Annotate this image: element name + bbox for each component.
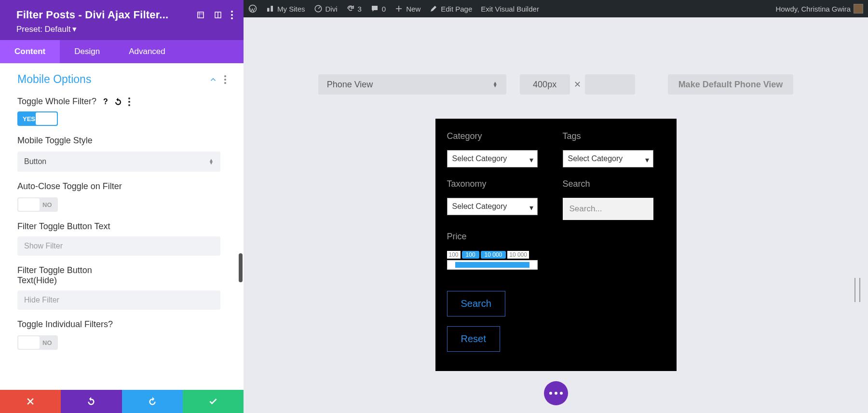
panel-header: Filter Posts - Divi Ajax Filter... Prese… [0, 0, 244, 40]
toggle-individual-switch[interactable]: NO [17, 335, 58, 350]
edit-page-label: Edit Page [441, 5, 472, 13]
resize-handle[interactable] [854, 278, 860, 302]
field-more-icon[interactable] [128, 97, 130, 106]
btn-text-label: Filter Toggle Button Text [17, 221, 226, 232]
toggle-whole-switch[interactable]: YES [17, 111, 58, 126]
panel-footer [0, 390, 244, 413]
input-placeholder: Hide Filter [24, 296, 59, 304]
updates-link[interactable]: 3 [346, 4, 362, 13]
toggle-whole-label: Toggle Whole Filter? [17, 96, 96, 107]
caret-down-icon: ▾ [529, 203, 533, 212]
tab-advanced[interactable]: Advanced [114, 40, 180, 63]
select-text: Select Category [568, 154, 623, 163]
view-mode-select[interactable]: Phone View ▲▼ [318, 74, 506, 95]
tab-design[interactable]: Design [60, 40, 114, 63]
panel-scroll[interactable]: Mobile Options Toggle Whole Filter? ? YE… [0, 63, 244, 390]
more-dots-icon [549, 392, 563, 395]
my-sites-link[interactable]: My Sites [266, 4, 305, 13]
new-label: New [406, 5, 420, 13]
edit-page-link[interactable]: Edit Page [429, 4, 472, 13]
taxonomy-select[interactable]: Select Category ▾ [447, 198, 538, 215]
search-button[interactable]: Search [447, 291, 505, 317]
exit-vb-label: Exit Visual Builder [481, 5, 539, 13]
avatar [854, 4, 863, 14]
chevron-up-icon[interactable] [209, 75, 217, 84]
updates-count: 3 [358, 5, 362, 13]
auto-close-switch[interactable]: NO [17, 197, 58, 212]
wordpress-icon [248, 4, 257, 13]
make-default-button[interactable]: Make Default Phone View [668, 74, 794, 95]
reset-button[interactable]: Reset [447, 326, 500, 352]
wp-admin-bar: My Sites Divi 3 0 New Edit Page Exit Vis… [244, 0, 868, 17]
reset-btn-label: Reset [461, 333, 486, 344]
panel-tabs: Content Design Advanced [0, 40, 244, 63]
price-min-static: 100 [447, 251, 461, 259]
redo-button[interactable] [122, 390, 183, 413]
price-slider[interactable]: 100 100 10 000 10 000 [447, 250, 538, 270]
default-btn-label: Make Default Phone View [678, 80, 783, 90]
close-icon [26, 397, 35, 406]
price-min-handle[interactable]: 100 [462, 251, 479, 259]
preview-toolbar: Phone View ▲▼ 400px ✕ Make Default Phone… [244, 17, 868, 95]
search-placeholder: Search... [570, 204, 602, 214]
tab-content[interactable]: Content [0, 40, 60, 63]
phone-preview: Category Select Category ▾ Tags Select C… [435, 119, 677, 371]
mobile-style-label: Mobile Toggle Style [17, 136, 226, 146]
category-label: Category [447, 131, 549, 141]
btn-text-hide-label: Filter Toggle Button Text(Hide) [17, 265, 114, 286]
btn-text-hide-input[interactable]: Hide Filter [17, 290, 220, 310]
comments-count: 0 [382, 5, 386, 13]
my-sites-label: My Sites [277, 5, 305, 13]
new-link[interactable]: New [394, 4, 420, 13]
save-button[interactable] [183, 390, 244, 413]
redo-icon [148, 397, 157, 406]
section-more-icon[interactable] [224, 75, 226, 84]
exit-vb-link[interactable]: Exit Visual Builder [481, 5, 539, 13]
fab-button[interactable] [544, 381, 568, 405]
search-input[interactable]: Search... [563, 198, 653, 220]
comment-icon [370, 4, 379, 13]
toggle-individual-label: Toggle Individual Filters? [17, 319, 226, 330]
mobile-style-select[interactable]: Button ▲▼ [17, 151, 220, 172]
chevron-down-icon: ▾ [72, 24, 77, 34]
reset-icon[interactable] [114, 97, 122, 106]
width-input[interactable]: 400px [520, 74, 570, 95]
help-icon[interactable]: ? [103, 97, 108, 106]
select-text: Select Category [452, 154, 507, 163]
caret-down-icon: ▾ [645, 155, 649, 165]
preview-area: Phone View ▲▼ 400px ✕ Make Default Phone… [244, 17, 868, 413]
height-input[interactable] [585, 74, 635, 95]
howdy-link[interactable]: Howdy, Christina Gwira [775, 4, 863, 14]
settings-panel: Filter Posts - Divi Ajax Filter... Prese… [0, 0, 244, 413]
price-max-handle[interactable]: 10 000 [481, 251, 506, 259]
more-icon[interactable] [231, 11, 233, 19]
tags-select[interactable]: Select Category ▾ [563, 150, 653, 167]
price-label: Price [447, 232, 549, 242]
wp-logo[interactable] [248, 4, 257, 13]
cancel-button[interactable] [0, 390, 61, 413]
auto-close-label: Auto-Close Toggle on Filter [17, 181, 226, 192]
search-btn-label: Search [461, 298, 491, 309]
scrollbar-thumb[interactable] [239, 253, 243, 282]
view-mode-label: Phone View [327, 80, 373, 90]
price-track[interactable] [447, 260, 538, 270]
refresh-icon [346, 4, 355, 13]
preset-dropdown[interactable]: Preset: Default ▾ [16, 24, 77, 34]
pencil-icon [429, 4, 438, 13]
section-title[interactable]: Mobile Options [17, 73, 91, 86]
site-link[interactable]: Divi [314, 4, 338, 13]
width-value: 400px [533, 80, 556, 90]
comments-link[interactable]: 0 [370, 4, 386, 13]
undo-button[interactable] [61, 390, 122, 413]
undo-icon [86, 397, 96, 406]
select-text: Select Category [452, 202, 507, 211]
tags-label: Tags [563, 131, 665, 141]
expand-icon[interactable] [196, 11, 205, 19]
panel-layout-icon[interactable] [214, 11, 222, 19]
select-caret-icon: ▲▼ [493, 82, 498, 87]
select-value: Button [24, 157, 46, 166]
dimension-separator: ✕ [574, 79, 581, 90]
btn-text-input[interactable]: Show Filter [17, 236, 220, 256]
category-select[interactable]: Select Category ▾ [447, 150, 538, 167]
caret-down-icon: ▾ [529, 155, 533, 165]
